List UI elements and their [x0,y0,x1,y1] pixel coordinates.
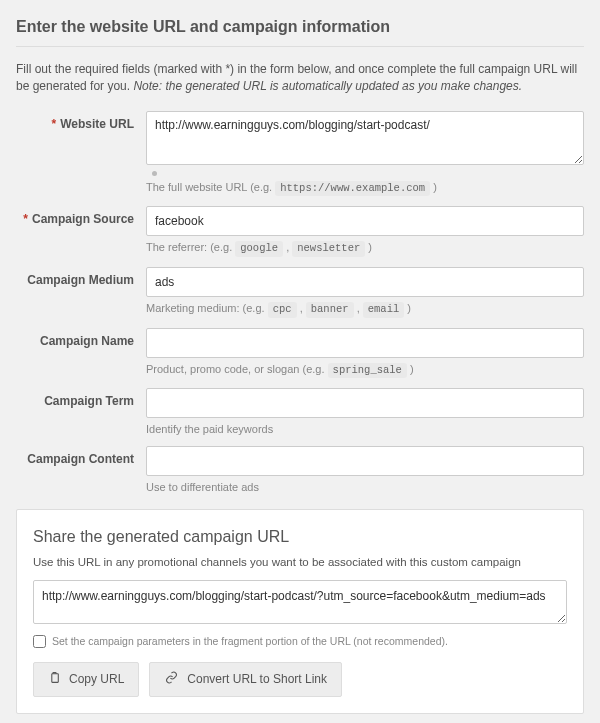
chip-cpc: cpc [268,302,297,318]
copy-url-button[interactable]: Copy URL [33,662,139,697]
campaign-source-input[interactable] [146,206,584,236]
link-icon [164,671,179,687]
divider [16,46,584,47]
campaign-medium-input[interactable] [146,267,584,297]
intro-text-block: Fill out the required fields (marked wit… [16,61,584,95]
website-url-input[interactable]: http://www.earningguys.com/blogging/star… [146,111,584,165]
share-title: Share the generated campaign URL [33,528,567,546]
row-campaign-content: Campaign Content Use to differentiate ad… [16,446,584,494]
label-website-url: *Website URL [16,111,146,197]
label-campaign-term: Campaign Term [16,388,146,436]
chip-example-url: https://www.example.com [275,181,430,197]
generated-url-output[interactable]: http://www.earningguys.com/blogging/star… [33,580,567,624]
campaign-content-input[interactable] [146,446,584,476]
hint-website-url: The full website URL (e.g. https://www.e… [146,180,584,197]
row-campaign-name: Campaign Name Product, promo code, or sl… [16,328,584,379]
hint-campaign-content: Use to differentiate ads [146,480,584,494]
hint-campaign-medium: Marketing medium: (e.g. cpc , banner , e… [146,301,584,318]
share-description: Use this URL in any promotional channels… [33,556,567,568]
fragment-label: Set the campaign parameters in the fragm… [52,635,448,647]
convert-short-link-button[interactable]: Convert URL to Short Link [149,662,342,697]
hint-campaign-name: Product, promo code, or slogan (e.g. spr… [146,362,584,379]
required-marker: * [52,117,57,131]
label-campaign-source: *Campaign Source [16,206,146,257]
svg-rect-0 [52,673,59,682]
row-website-url: *Website URL http://www.earningguys.com/… [16,111,584,197]
required-marker: * [23,212,28,226]
campaign-name-input[interactable] [146,328,584,358]
hint-campaign-term: Identify the paid keywords [146,422,584,436]
row-campaign-medium: Campaign Medium Marketing medium: (e.g. … [16,267,584,318]
resize-dot-icon [152,171,157,176]
label-campaign-content: Campaign Content [16,446,146,494]
chip-banner: banner [306,302,354,318]
page-title: Enter the website URL and campaign infor… [16,18,584,36]
chip-email: email [363,302,405,318]
row-campaign-term: Campaign Term Identify the paid keywords [16,388,584,436]
copy-url-label: Copy URL [69,672,124,686]
row-campaign-source: *Campaign Source The referrer: (e.g. goo… [16,206,584,257]
hint-campaign-source: The referrer: (e.g. google , newsletter … [146,240,584,257]
share-panel: Share the generated campaign URL Use thi… [16,509,584,714]
intro-note: Note: the generated URL is automatically… [133,79,522,93]
convert-short-link-label: Convert URL to Short Link [187,672,327,686]
chip-spring-sale: spring_sale [328,363,407,379]
label-campaign-medium: Campaign Medium [16,267,146,318]
fragment-checkbox[interactable] [33,635,46,648]
chip-google: google [235,241,283,257]
clipboard-icon [48,671,61,688]
label-campaign-name: Campaign Name [16,328,146,379]
campaign-term-input[interactable] [146,388,584,418]
chip-newsletter: newsletter [292,241,365,257]
